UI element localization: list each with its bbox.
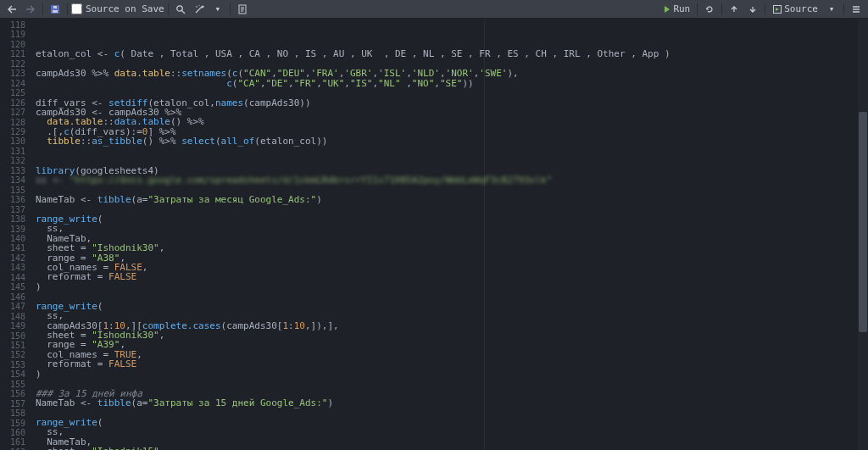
section-down-button[interactable]	[744, 2, 761, 17]
svg-point-5	[198, 4, 199, 5]
save-button[interactable]	[47, 2, 64, 17]
outline-button[interactable]	[848, 2, 865, 17]
line-gutter: 1181191201211221231241251261271281291301…	[0, 19, 31, 450]
separator	[67, 3, 68, 15]
find-button[interactable]	[172, 2, 189, 17]
code-line[interactable]: )	[36, 369, 868, 379]
code-line[interactable]	[36, 204, 868, 214]
svg-point-4	[196, 6, 198, 8]
code-line[interactable]: )	[36, 282, 868, 292]
svg-rect-1	[53, 10, 58, 13]
code-line[interactable]: col_names = TRUE,	[36, 350, 868, 359]
tools-dropdown[interactable]: ▾	[209, 2, 226, 17]
run-button[interactable]: Run	[659, 2, 693, 17]
code-line[interactable]: etalon_col <- c( Date , Total , USA , CA…	[36, 49, 868, 58]
code-line[interactable]: NameTab <- tibble(a="Затраты за 15 дней …	[36, 398, 868, 408]
vertical-scrollbar[interactable]	[858, 19, 868, 450]
code-line[interactable]	[36, 292, 868, 301]
run-label: Run	[673, 3, 690, 14]
separator	[721, 3, 722, 15]
separator	[765, 3, 765, 15]
section-up-button[interactable]	[726, 2, 743, 17]
source-on-save-label: Source on Save	[86, 3, 164, 14]
scroll-thumb[interactable]	[859, 112, 867, 332]
separator	[42, 3, 43, 15]
code-line[interactable]: sheet = "Ishodnik30",	[36, 243, 868, 253]
code-line[interactable]: range = "A39",	[36, 340, 868, 349]
editor-toolbar: Source on Save ▾ Run Source ▾	[0, 0, 868, 19]
source-on-save-checkbox[interactable]: Source on Save	[71, 3, 164, 14]
code-line[interactable]: tibble::as_tibble() %>% select(all_of(et…	[36, 136, 868, 146]
code-line[interactable]: reformat = FALSE	[36, 272, 868, 281]
separator	[168, 3, 169, 15]
code-line[interactable]	[36, 379, 868, 388]
forward-button[interactable]	[22, 2, 39, 17]
code-line[interactable]: range = "A38",	[36, 253, 868, 263]
separator	[697, 3, 698, 15]
rerun-button[interactable]	[701, 2, 718, 17]
svg-point-3	[177, 5, 182, 10]
report-button[interactable]	[234, 2, 251, 17]
code-line[interactable]: reformat = FALSE	[36, 359, 868, 369]
code-editor[interactable]: 1181191201211221231241251261271281291301…	[0, 19, 868, 450]
separator	[230, 3, 231, 15]
code-line[interactable]: NameTab <- tibble(a="Затраты за месяц Go…	[36, 195, 868, 204]
separator	[843, 3, 844, 15]
code-line[interactable]	[36, 408, 868, 418]
code-area[interactable]: etalon_col <- c( Date , Total , USA , CA…	[31, 19, 868, 450]
source-label: Source	[784, 3, 818, 14]
svg-rect-2	[53, 6, 57, 8]
margin-ruler	[484, 19, 485, 450]
code-line[interactable]: ss,	[36, 224, 868, 233]
back-button[interactable]	[3, 2, 20, 17]
code-line[interactable]: ss,	[36, 427, 868, 436]
wand-button[interactable]	[191, 2, 208, 17]
code-line[interactable]: col_names = FALSE,	[36, 263, 868, 272]
code-line[interactable]: c("CA","DE","FR","UK","IS","NL" ,"NO","S…	[36, 79, 868, 88]
code-line[interactable]: range_write(	[36, 418, 868, 427]
code-line[interactable]: sheet = "Ishodnik15",	[36, 447, 868, 450]
code-line[interactable]: ss <- "https://docs.google.com/spreadshe…	[36, 175, 868, 185]
code-line[interactable]: sheet = "Ishodnik30",	[36, 331, 868, 340]
code-line[interactable]: range_write(	[36, 302, 868, 311]
code-line[interactable]	[36, 147, 868, 156]
source-button[interactable]: Source	[769, 2, 821, 17]
source-on-save-input[interactable]	[71, 3, 82, 14]
code-line[interactable]	[36, 156, 868, 165]
source-dropdown[interactable]: ▾	[823, 2, 840, 17]
code-line[interactable]: range_write(	[36, 214, 868, 224]
toolbar-left: Source on Save ▾	[3, 2, 251, 17]
toolbar-right: Run Source ▾	[659, 2, 865, 17]
